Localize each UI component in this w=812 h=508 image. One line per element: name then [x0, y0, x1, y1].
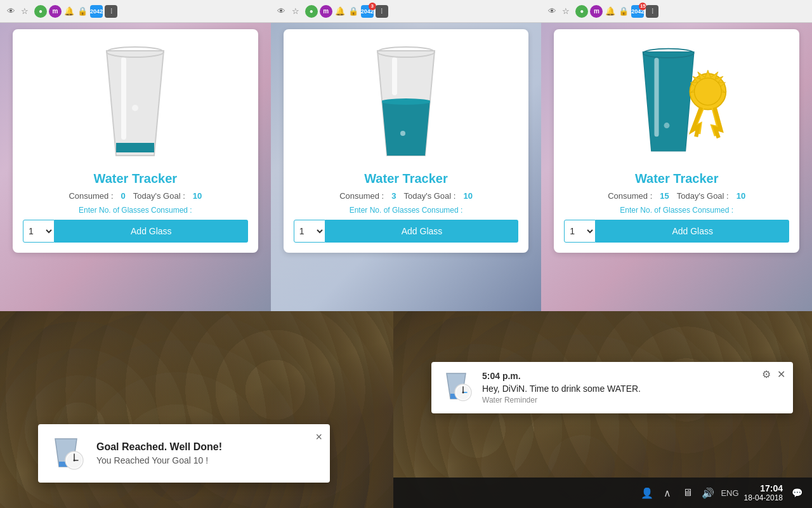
- reminder-notif-icon: [442, 371, 473, 403]
- taskbar-date-display: 18-04-2018: [744, 493, 783, 502]
- app-title-3: Water Tracker: [635, 171, 719, 186]
- tab-badge-1[interactable]: 2042: [90, 5, 103, 18]
- qty-select-1[interactable]: 12345: [23, 220, 55, 243]
- ext-purple-icon-1: m: [49, 5, 62, 18]
- svg-point-6: [400, 131, 405, 136]
- svg-point-1: [132, 105, 138, 111]
- lock-icon-3: 🔒: [618, 6, 629, 17]
- taskbar-icons: 👤 ∧ 🖥 🔊 ENG 17:04 18-04-2018 💬: [400, 483, 806, 502]
- star-icon-3: ☆: [560, 6, 572, 17]
- goal-label-2: Today's Goal :: [403, 191, 455, 201]
- goal-value-1: 10: [193, 191, 202, 201]
- svg-point-9: [664, 123, 669, 128]
- app-card-1: Water Tracker Consumed : 0 Today's Goal …: [13, 29, 258, 253]
- goal-notif-text: Goal Reached. Well Done! You Reached You…: [96, 441, 320, 465]
- taskbar: 👤 ∧ 🖥 🔊 ENG 17:04 18-04-2018 💬: [393, 478, 812, 508]
- goal-value-2: 10: [463, 191, 472, 201]
- app-title-1: Water Tracker: [94, 171, 178, 186]
- qty-select-3[interactable]: 123: [564, 220, 596, 243]
- consumed-value-2: 3: [391, 191, 396, 201]
- glass-image-3: [626, 39, 728, 166]
- ext-green-icon-2: ●: [305, 5, 318, 18]
- input-row-1: 12345 Add Glass: [23, 220, 248, 243]
- consumed-label-3: Consumed :: [608, 191, 652, 201]
- tab-badge-2[interactable]: 2042 3: [361, 5, 374, 18]
- consumed-label-2: Consumed :: [339, 191, 384, 201]
- goal-notif-icon: [48, 434, 86, 472]
- eye-icon-3: 👁: [546, 6, 558, 17]
- browser-panel-2: 👁 ☆ ● m 🔔 🔒 2042 3 ⋮: [271, 0, 542, 311]
- browser-bar-2: 👁 ☆ ● m 🔔 🔒 2042 3 ⋮: [271, 0, 542, 23]
- app-card-3: Water Tracker Consumed : 15 Today's Goal…: [554, 29, 799, 253]
- reminder-content: 5:04 p.m. Hey, DiViN. Time to drink some…: [482, 371, 783, 404]
- add-glass-btn-3[interactable]: Add Glass: [596, 220, 789, 243]
- taskbar-up-icon[interactable]: ∧: [660, 485, 675, 500]
- taskbar-volume-icon[interactable]: 🔊: [700, 485, 716, 500]
- taskbar-desktop-icon[interactable]: 🖥: [680, 485, 695, 500]
- svg-rect-5: [392, 57, 397, 95]
- ext-purple-icon-3: m: [590, 5, 603, 18]
- new-tab-badge-3[interactable]: ⋮: [646, 5, 658, 18]
- consumed-value-3: 15: [660, 191, 669, 201]
- consumed-label-1: Consumed :: [69, 191, 113, 201]
- add-glass-btn-1[interactable]: Add Glass: [55, 220, 248, 243]
- tab-badge-3[interactable]: 2042 15: [631, 5, 644, 18]
- bell-icon-2: 🔔: [334, 6, 346, 17]
- reminder-notification: 5:04 p.m. Hey, DiViN. Time to drink some…: [431, 362, 793, 413]
- eye-icon-2: 👁: [276, 6, 287, 17]
- browser-panel-1: 👁 ☆ ● m 🔔 🔒 2042 ⋮: [0, 0, 271, 311]
- add-glass-btn-2[interactable]: Add Glass: [325, 220, 519, 243]
- svg-rect-0: [121, 57, 126, 140]
- goal-label-1: Today's Goal :: [133, 191, 185, 201]
- eye-icon: 👁: [5, 6, 16, 17]
- ext-purple-icon-2: m: [320, 5, 332, 18]
- goal-notif-title: Goal Reached. Well Done!: [96, 441, 320, 453]
- taskbar-people-icon[interactable]: 👤: [639, 485, 655, 500]
- goal-notification: Goal Reached. Well Done! You Reached You…: [38, 424, 330, 483]
- glass-image-1: [84, 39, 186, 166]
- reminder-actions: ⚙ ✕: [762, 368, 785, 380]
- taskbar-time-display: 17:04: [744, 483, 783, 493]
- bell-icon-1: 🔔: [63, 6, 75, 17]
- svg-point-13: [694, 78, 721, 105]
- bell-icon-3: 🔔: [605, 6, 616, 17]
- goal-notif-body: You Reached Your Goal 10 !: [96, 455, 320, 465]
- new-tab-badge-1[interactable]: ⋮: [105, 5, 117, 18]
- bottom-panel-left: Goal Reached. Well Done! You Reached You…: [0, 311, 393, 508]
- new-tab-badge-2[interactable]: ⋮: [376, 5, 388, 18]
- reminder-close-icon[interactable]: ✕: [777, 368, 785, 380]
- stats-row-3: Consumed : 15 Today's Goal : 10: [608, 191, 745, 201]
- ext-green-icon-1: ●: [34, 5, 47, 18]
- browser-panel-3: 👁 ☆ ● m 🔔 🔒 2042 15 ⋮: [541, 0, 812, 311]
- input-label-3: Enter No. of Glasses Consumed :: [620, 206, 733, 215]
- goal-value-3: 10: [737, 191, 745, 201]
- browser-bar-3: 👁 ☆ ● m 🔔 🔒 2042 15 ⋮: [541, 0, 812, 23]
- svg-rect-3: [362, 102, 450, 159]
- star-icon: ☆: [19, 6, 30, 17]
- taskbar-lang: ENG: [721, 488, 738, 498]
- taskbar-clock: 17:04 18-04-2018: [744, 483, 783, 502]
- glass-image-2: [355, 39, 457, 166]
- input-row-2: 123 Add Glass: [294, 220, 519, 243]
- star-icon-2: ☆: [290, 6, 301, 17]
- ext-green-icon-3: ●: [575, 5, 588, 18]
- taskbar-notification-btn[interactable]: 💬: [788, 484, 806, 502]
- goal-notif-close[interactable]: ×: [315, 431, 322, 444]
- goal-label-3: Today's Goal :: [677, 191, 729, 201]
- reminder-message: Hey, DiViN. Time to drink some WATER.: [482, 384, 783, 394]
- input-label-1: Enter No. of Glasses Consumed :: [79, 206, 192, 215]
- app-title-2: Water Tracker: [364, 171, 448, 186]
- reminder-source: Water Reminder: [482, 396, 783, 404]
- svg-point-23: [462, 392, 464, 394]
- input-row-3: 123 Add Glass: [564, 220, 789, 243]
- app-card-2: Water Tracker Consumed : 3 Today's Goal …: [284, 29, 529, 253]
- reminder-time: 5:04 p.m.: [482, 371, 783, 381]
- svg-point-18: [73, 459, 75, 461]
- svg-point-4: [381, 98, 431, 105]
- browser-bar-1: 👁 ☆ ● m 🔔 🔒 2042 ⋮: [0, 0, 271, 23]
- reminder-settings-icon[interactable]: ⚙: [762, 368, 771, 380]
- lock-icon-1: 🔒: [77, 6, 88, 17]
- lock-icon-2: 🔒: [348, 6, 359, 17]
- input-label-2: Enter No. of Glasses Consumed :: [350, 206, 463, 215]
- qty-select-2[interactable]: 123: [294, 220, 325, 243]
